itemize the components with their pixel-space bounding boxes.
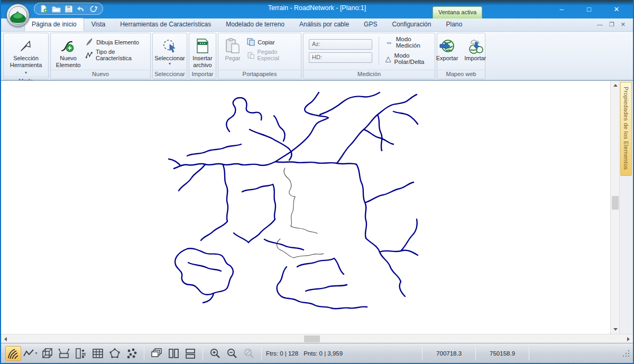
azimuth-field[interactable]: Az: (309, 39, 372, 50)
draw-pen-icon (86, 38, 94, 46)
seleccion-herramienta-button[interactable]: Selección Herramienta ▾ (6, 35, 46, 77)
import-cloud-globe-icon (467, 37, 484, 55)
zoom-in-button[interactable] (207, 346, 223, 361)
horizontal-scroll-thumb[interactable] (304, 335, 320, 342)
coordinate-easting: 700718.3 (427, 350, 471, 357)
paste-clipboard-icon (225, 37, 241, 55)
divider (422, 347, 422, 360)
scroll-right-icon[interactable] (624, 334, 633, 343)
tab-pagina-de-inicio[interactable]: Página de inicio (24, 18, 84, 31)
dibuja-elemento-button[interactable]: Dibuja Elemento (86, 38, 148, 46)
scroll-down-icon[interactable] (611, 325, 620, 334)
resize-grip[interactable] (622, 350, 630, 357)
ribbon-tabs: Página de inicioVistaHerramientas de Car… (1, 18, 633, 32)
points-count: Pnts: 0 | 3,959 (304, 350, 343, 357)
polygon-edit-button[interactable] (107, 346, 123, 361)
zoom-window-button-disabled[interactable] (241, 346, 257, 361)
table-view-button[interactable] (90, 346, 106, 361)
contours-icon (7, 348, 19, 359)
doc-close-icon[interactable]: ✕ (621, 21, 626, 28)
tab-vista[interactable]: Vista (84, 18, 113, 31)
doc-restore-icon[interactable]: ❐ (609, 21, 614, 28)
group-label-mapeo-web: Mapeo web (437, 70, 485, 79)
copiar-button[interactable]: Copiar (247, 38, 299, 46)
panels-layout-button[interactable] (73, 346, 89, 361)
points-view-button[interactable] (124, 346, 140, 361)
table-grid-icon (92, 348, 104, 359)
app-logo-icon (8, 5, 28, 25)
horizontal-scrollbar[interactable] (1, 334, 633, 343)
tab-plano[interactable]: Plano (438, 18, 470, 31)
maximize-button[interactable]: □ (582, 5, 596, 13)
group-label-seleccionar: Seleccionar (153, 70, 187, 79)
close-button[interactable]: ✕ (610, 5, 623, 13)
modo-polar-delta-button[interactable]: △ Modo Polar/Delta (385, 52, 428, 65)
tab-configuracion[interactable]: Configuración (384, 18, 438, 31)
tab-gps[interactable]: GPS (356, 18, 384, 31)
tab-analisis-por-cable[interactable]: Análisis por cable (292, 18, 356, 31)
zoom-out-icon (226, 348, 238, 359)
new-element-icon (60, 37, 76, 55)
group-nuevo: Nuevo Elemento Dibuja Elemento (50, 33, 151, 79)
group-importar: Insertar archivo Importar (189, 33, 216, 79)
window-controls: – □ ✕ (555, 0, 623, 18)
vertical-scrollbar[interactable] (610, 81, 619, 334)
polyline-mode-button[interactable]: ▾ (22, 346, 38, 361)
group-portapapeles: Pegar Copiar (218, 33, 301, 79)
dropdown-caret-icon: ▾ (35, 351, 37, 356)
zoom-window-disabled-icon (243, 348, 255, 359)
group-label-importar: Importar (189, 70, 216, 79)
title-bar: ▾ Terrain - RoadNetwork - [Plano:1] Vent… (1, 0, 633, 18)
nuevo-elemento-button[interactable]: Nuevo Elemento (53, 35, 84, 70)
group-mapeo-web: Exportar Importar Mapeo web (437, 33, 485, 79)
polyline-icon (23, 348, 34, 359)
vertical-scroll-thumb[interactable] (612, 196, 619, 210)
points-icon (126, 348, 137, 359)
tab-modelado-de-terreno[interactable]: Modelado de terreno (218, 18, 292, 31)
map-canvas[interactable]: Propiedades de los Elementos (1, 80, 633, 334)
tile-horizontal-icon (185, 348, 196, 359)
seleccionar-button[interactable]: Seleccionar ▾ (155, 35, 185, 70)
profile-view-button[interactable] (56, 346, 72, 361)
paste-special-icon (247, 51, 254, 59)
cascade-windows-icon (150, 348, 163, 359)
app-menu-button[interactable] (6, 4, 30, 27)
features-count: Ftrs: 0 | 128 (266, 350, 298, 357)
pegado-especial-button[interactable]: Pegado Especial (247, 49, 299, 61)
minimize-button[interactable]: – (555, 5, 568, 13)
delta-triangle-icon: △ (385, 55, 391, 62)
active-window-badge: Ventana activa (433, 6, 482, 18)
tile-vertical-button[interactable] (166, 346, 181, 361)
side-panel-strip: Propiedades de los Elementos (619, 81, 633, 334)
modo-medicion-button[interactable]: ⇔ Modo Medición (385, 36, 428, 49)
pegar-button[interactable]: Pegar (220, 35, 245, 70)
status-bar: ▾ (1, 343, 633, 363)
doc-minimize-icon[interactable]: — (597, 21, 603, 28)
zoom-in-icon (209, 348, 221, 359)
horizontal-distance-field[interactable]: HD: (309, 52, 372, 63)
scroll-left-icon[interactable] (1, 334, 10, 343)
zoom-out-button[interactable] (224, 346, 240, 361)
view-3d-button[interactable] (39, 346, 55, 361)
dropdown-caret-icon: ▾ (25, 70, 27, 75)
panels-icon (75, 348, 87, 359)
polygon-nodes-icon (109, 348, 121, 359)
scroll-up-icon[interactable] (611, 81, 620, 90)
tab-herramientas-de-caracteristicas[interactable]: Herramientas de Características (113, 18, 218, 31)
select-lasso-icon (162, 37, 178, 55)
contours-toggle-button[interactable] (5, 346, 21, 361)
insertar-archivo-button[interactable]: Insertar archivo (191, 35, 214, 70)
tipo-caracteristica-button[interactable]: Tipo de Característica (86, 49, 148, 61)
cascade-windows-button[interactable] (149, 346, 164, 361)
cube-3d-icon (41, 348, 53, 359)
tile-horizontal-button[interactable] (182, 346, 198, 361)
road-network-svg (1, 81, 610, 333)
group-seleccionar: Seleccionar ▾ Seleccionar (152, 33, 187, 79)
app-window: ▾ Terrain - RoadNetwork - [Plano:1] Vent… (0, 0, 634, 364)
coordinate-northing: 750158.9 (480, 350, 525, 357)
divider (475, 347, 476, 360)
importar-web-button[interactable]: Importar (462, 35, 489, 70)
properties-panel-tab[interactable]: Propiedades de los Elementos (620, 82, 632, 176)
window-title: Terrain - RoadNetwork - [Plano:1] (1, 4, 633, 12)
exportar-button[interactable]: Exportar (434, 35, 461, 70)
